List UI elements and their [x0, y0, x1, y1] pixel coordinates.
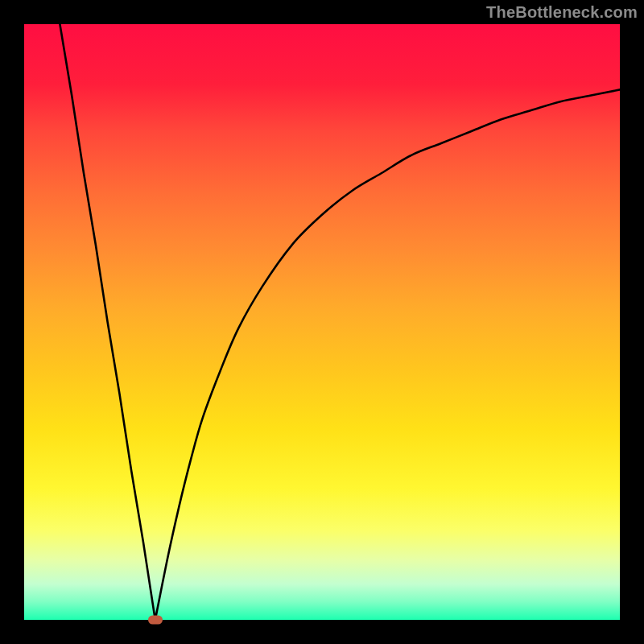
curve-svg: [24, 24, 620, 620]
chart-frame: TheBottleneck.com: [0, 0, 644, 644]
curve-right-branch: [155, 89, 620, 620]
watermark-text: TheBottleneck.com: [486, 3, 638, 22]
curve-left-branch: [60, 24, 155, 620]
minimum-marker: [148, 616, 163, 625]
plot-area: [24, 24, 620, 620]
